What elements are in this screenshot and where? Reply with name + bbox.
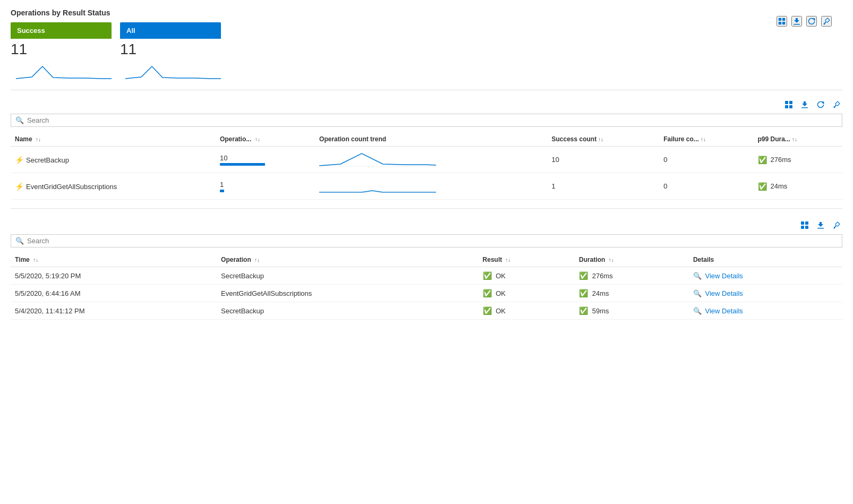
p99-cell: ✅24ms bbox=[754, 173, 842, 200]
middle-search-input[interactable] bbox=[27, 116, 838, 124]
bottom-grid-icon[interactable] bbox=[799, 219, 811, 231]
duration-value: ✅ 24ms bbox=[579, 289, 609, 297]
svg-rect-7 bbox=[785, 105, 788, 108]
log-details-cell[interactable]: 🔍 View Details bbox=[689, 285, 842, 302]
all-card-label: All bbox=[120, 22, 221, 39]
success-count-cell: 10 bbox=[547, 147, 659, 173]
failure-sort[interactable]: ↑↓ bbox=[701, 136, 706, 142]
success-card-value: 11 bbox=[11, 39, 112, 60]
bottom-search-input[interactable] bbox=[27, 237, 838, 245]
middle-grid-icon[interactable] bbox=[783, 99, 795, 110]
all-card[interactable]: All 11 bbox=[120, 22, 221, 81]
bottom-pin-icon[interactable] bbox=[831, 219, 842, 231]
col-failure-count[interactable]: Failure co...↑↓ bbox=[659, 132, 753, 147]
log-duration-cell: ✅ 276ms bbox=[575, 267, 689, 285]
op-count-value: 10 bbox=[220, 154, 311, 162]
log-operation-cell: SecretBackup bbox=[217, 267, 479, 285]
log-duration-cell: ✅ 59ms bbox=[575, 302, 689, 320]
col-operation[interactable]: Operation ↑↓ bbox=[217, 253, 479, 267]
top-pin-icon[interactable] bbox=[821, 16, 832, 27]
svg-rect-16 bbox=[817, 228, 824, 229]
op-name[interactable]: SecretBackup bbox=[26, 156, 69, 164]
p99-sort[interactable]: ↑↓ bbox=[792, 136, 797, 142]
log-operation-cell: EventGridGetAllSubscriptions bbox=[217, 285, 479, 302]
operations-table-row[interactable]: ⚡EventGridGetAllSubscriptions 1 10✅24ms bbox=[11, 173, 842, 200]
middle-search-box[interactable]: 🔍 bbox=[11, 114, 842, 127]
col-operation-count[interactable]: Operatio... ↑↓ bbox=[216, 132, 315, 147]
log-table-row: 5/4/2020, 11:41:12 PMSecretBackup✅ OK✅ 5… bbox=[11, 302, 842, 320]
bottom-search-box[interactable]: 🔍 bbox=[11, 234, 842, 247]
top-grid-icon[interactable] bbox=[777, 16, 787, 27]
log-time-cell: 5/5/2020, 6:44:16 AM bbox=[11, 285, 217, 302]
log-details-cell[interactable]: 🔍 View Details bbox=[689, 302, 842, 320]
col-time[interactable]: Time ↑↓ bbox=[11, 253, 217, 267]
svg-rect-6 bbox=[789, 101, 792, 104]
bottom-search-icon: 🔍 bbox=[15, 237, 24, 245]
success-card[interactable]: Success 11 bbox=[11, 22, 112, 81]
bottom-panel: 🔍 Time ↑↓ Operation ↑↓ Result ↑↓ Duratio… bbox=[11, 219, 842, 320]
log-result-cell: ✅ OK bbox=[479, 285, 575, 302]
p99-check-icon: ✅ bbox=[758, 156, 767, 164]
operations-table-row[interactable]: ⚡SecretBackup 10 100✅276ms bbox=[11, 147, 842, 173]
failure-count-cell: 0 bbox=[659, 173, 753, 200]
col-trend: Operation count trend bbox=[315, 132, 547, 147]
svg-rect-0 bbox=[779, 18, 781, 21]
result-check-icon: ✅ bbox=[483, 271, 492, 280]
view-details-link[interactable]: 🔍 View Details bbox=[693, 289, 743, 297]
success-card-label: Success bbox=[11, 22, 112, 39]
col-duration[interactable]: Duration ↑↓ bbox=[575, 253, 689, 267]
svg-rect-1 bbox=[782, 18, 785, 21]
op-name[interactable]: EventGridGetAllSubscriptions bbox=[26, 183, 117, 191]
view-details-link[interactable]: 🔍 View Details bbox=[693, 307, 743, 315]
duration-check-icon: ✅ bbox=[579, 306, 588, 315]
top-download-icon[interactable] bbox=[791, 16, 802, 27]
p99-cell: ✅276ms bbox=[754, 147, 842, 173]
op-count-bar bbox=[220, 163, 265, 166]
svg-rect-8 bbox=[789, 105, 792, 108]
view-details-search-icon: 🔍 bbox=[693, 289, 702, 297]
time-sort[interactable]: ↑↓ bbox=[33, 257, 38, 263]
middle-pin-icon[interactable] bbox=[831, 99, 842, 110]
view-details-link[interactable]: 🔍 View Details bbox=[693, 272, 743, 280]
log-table-row: 5/5/2020, 5:19:20 PMSecretBackup✅ OK✅ 27… bbox=[11, 267, 842, 285]
top-refresh-icon[interactable] bbox=[806, 16, 817, 27]
name-sort[interactable]: ↑↓ bbox=[36, 136, 41, 142]
duration-check-icon: ✅ bbox=[579, 271, 588, 280]
duration-sort[interactable]: ↑↓ bbox=[609, 257, 614, 263]
log-details-cell[interactable]: 🔍 View Details bbox=[689, 267, 842, 285]
op-name-cell: ⚡SecretBackup bbox=[11, 147, 216, 173]
svg-rect-9 bbox=[801, 107, 808, 108]
svg-rect-13 bbox=[805, 221, 808, 225]
svg-rect-3 bbox=[782, 22, 785, 24]
col-result[interactable]: Result ↑↓ bbox=[479, 253, 575, 267]
op-count-cell: 10 bbox=[216, 147, 315, 173]
bottom-panel-toolbar bbox=[11, 219, 842, 231]
op-trend-cell bbox=[315, 147, 547, 173]
top-panel-toolbar bbox=[777, 16, 832, 27]
duration-value: ✅ 276ms bbox=[579, 272, 613, 280]
middle-download-icon[interactable] bbox=[799, 99, 811, 110]
col-name[interactable]: Name ↑↓ bbox=[11, 132, 216, 147]
op-name-cell: ⚡EventGridGetAllSubscriptions bbox=[11, 173, 216, 200]
svg-rect-4 bbox=[794, 24, 800, 25]
op-trend-cell bbox=[315, 173, 547, 200]
result-check-icon: ✅ bbox=[483, 289, 492, 297]
op-count-bar-container: 1 bbox=[220, 181, 311, 192]
middle-search-icon: 🔍 bbox=[15, 116, 24, 124]
result-sort[interactable]: ↑↓ bbox=[506, 257, 511, 263]
trend-sparkline bbox=[319, 151, 436, 167]
stat-cards-row: Success 11 All 11 bbox=[11, 22, 842, 81]
middle-refresh-icon[interactable] bbox=[815, 99, 826, 110]
success-count-cell: 1 bbox=[547, 173, 659, 200]
success-sort[interactable]: ↑↓ bbox=[598, 136, 603, 142]
result-ok: ✅ OK bbox=[483, 272, 506, 280]
divider-1 bbox=[11, 90, 842, 90]
col-p99[interactable]: p99 Dura...↑↓ bbox=[754, 132, 842, 147]
top-panel-title: Operations by Result Status bbox=[11, 8, 842, 17]
opcount-sort[interactable]: ↑↓ bbox=[255, 136, 260, 142]
trend-sparkline bbox=[319, 177, 436, 193]
col-success-count[interactable]: Success count↑↓ bbox=[547, 132, 659, 147]
operation-sort[interactable]: ↑↓ bbox=[254, 257, 260, 263]
bottom-download-icon[interactable] bbox=[815, 219, 826, 231]
svg-rect-12 bbox=[801, 221, 804, 225]
